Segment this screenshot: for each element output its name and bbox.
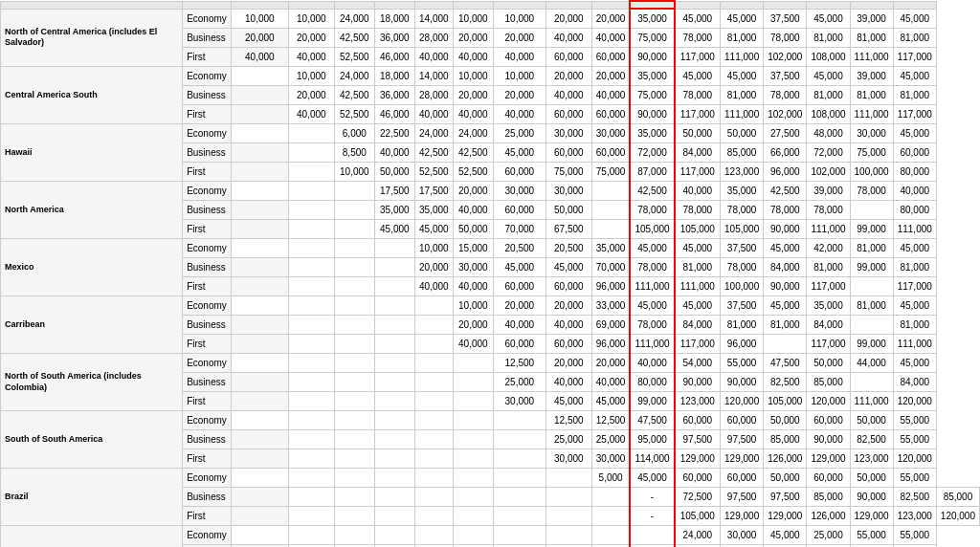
value-cell: 70,000 xyxy=(591,258,630,277)
value-cell: 114,000 xyxy=(630,449,674,469)
value-cell xyxy=(414,411,453,430)
value-cell: 99,000 xyxy=(850,220,893,239)
value-cell: 81,000 xyxy=(893,258,936,277)
value-cell: 6,000 xyxy=(334,124,374,143)
value-cell: 40,000 xyxy=(591,86,630,105)
cabin-label: Business xyxy=(183,316,232,335)
value-cell: 105,000 xyxy=(630,220,674,239)
cabin-label: Economy xyxy=(183,239,232,258)
value-cell: 78,000 xyxy=(675,86,721,105)
value-cell: 20,000 xyxy=(453,29,493,48)
value-cell: 20,000 xyxy=(546,296,591,316)
value-cell xyxy=(414,430,453,449)
cabin-label: First xyxy=(183,48,232,67)
header-south-asia xyxy=(850,1,893,9)
value-cell: 97,500 xyxy=(675,430,721,449)
table-row: BrazilEconomy5,00045,00060,00060,00050,0… xyxy=(1,469,980,488)
value-cell: 90,000 xyxy=(764,220,807,239)
value-cell xyxy=(231,163,288,182)
value-cell: 45,000 xyxy=(374,220,414,239)
value-cell: 17,500 xyxy=(414,182,453,201)
value-cell: 96,000 xyxy=(591,335,630,354)
value-cell xyxy=(374,430,414,449)
value-cell: 24,000 xyxy=(453,124,493,143)
value-cell: 50,000 xyxy=(850,469,893,488)
value-cell: 99,000 xyxy=(630,392,674,411)
main-table-container: North of Central America (includes El Sa… xyxy=(0,0,980,547)
value-cell: 46,000 xyxy=(374,48,414,67)
value-cell: 45,000 xyxy=(893,239,936,258)
value-cell xyxy=(414,354,453,373)
value-cell: 96,000 xyxy=(764,163,807,182)
value-cell xyxy=(288,239,334,258)
header-middle-east xyxy=(675,1,721,9)
value-cell: 99,000 xyxy=(850,258,893,277)
value-cell: 12,500 xyxy=(493,354,546,373)
value-cell xyxy=(334,296,374,316)
value-cell: 50,000 xyxy=(675,124,721,143)
value-cell: 10,000 xyxy=(288,9,334,29)
value-cell xyxy=(288,373,334,392)
value-cell: 85,000 xyxy=(721,143,764,163)
value-cell: 42,500 xyxy=(414,143,453,163)
value-cell: 30,000 xyxy=(493,182,546,201)
value-cell xyxy=(334,201,374,220)
value-cell xyxy=(414,316,453,335)
from-label: North of South America (includes Colombi… xyxy=(1,354,183,411)
value-cell xyxy=(414,296,453,316)
value-cell: 45,000 xyxy=(893,67,936,86)
value-cell: 85,000 xyxy=(807,373,850,392)
value-cell: 45,000 xyxy=(630,239,674,258)
cabin-label: Economy xyxy=(183,526,232,545)
value-cell: 100,000 xyxy=(721,277,764,296)
value-cell xyxy=(414,373,453,392)
header-north-south-america xyxy=(493,1,546,9)
value-cell xyxy=(546,507,591,526)
value-cell: 40,000 xyxy=(493,48,546,67)
cabin-label: First xyxy=(183,335,232,354)
value-cell xyxy=(374,469,414,488)
value-cell xyxy=(453,526,493,545)
value-cell xyxy=(231,411,288,430)
value-cell xyxy=(288,201,334,220)
header-mexico xyxy=(414,1,453,9)
value-cell: 100,000 xyxy=(850,163,893,182)
value-cell: 117,000 xyxy=(675,48,721,67)
value-cell xyxy=(546,526,591,545)
value-cell: 111,000 xyxy=(721,48,764,67)
value-cell: 52,500 xyxy=(334,105,374,124)
value-cell: 81,000 xyxy=(850,296,893,316)
value-cell: 81,000 xyxy=(807,86,850,105)
value-cell: 30,000 xyxy=(591,124,630,143)
value-cell xyxy=(288,316,334,335)
value-cell: 97,500 xyxy=(721,430,764,449)
value-cell: 20,000 xyxy=(591,9,630,29)
header-north-america xyxy=(374,1,414,9)
value-cell: 30,000 xyxy=(721,526,764,545)
value-cell: 81,000 xyxy=(893,316,936,335)
value-cell xyxy=(288,392,334,411)
value-cell: 111,000 xyxy=(675,277,721,296)
cabin-label: Business xyxy=(183,29,232,48)
value-cell: 46,000 xyxy=(374,105,414,124)
value-cell: 78,000 xyxy=(721,258,764,277)
value-cell: 117,000 xyxy=(807,335,850,354)
value-cell: 39,000 xyxy=(850,9,893,29)
value-cell: 60,000 xyxy=(591,105,630,124)
value-cell: 123,000 xyxy=(721,163,764,182)
value-cell xyxy=(231,354,288,373)
value-cell: 78,000 xyxy=(807,201,850,220)
value-cell: 82,500 xyxy=(850,430,893,449)
value-cell: 111,000 xyxy=(850,105,893,124)
value-cell: 81,000 xyxy=(850,86,893,105)
value-cell: 75,000 xyxy=(630,29,674,48)
value-cell xyxy=(288,335,334,354)
header-south-africa xyxy=(721,1,764,9)
value-cell: 60,000 xyxy=(546,335,591,354)
value-cell xyxy=(334,277,374,296)
value-cell: 30,000 xyxy=(546,182,591,201)
value-cell xyxy=(334,258,374,277)
value-cell: 40,000 xyxy=(546,316,591,335)
cabin-label: Economy xyxy=(183,411,232,430)
value-cell: 40,000 xyxy=(453,48,493,67)
